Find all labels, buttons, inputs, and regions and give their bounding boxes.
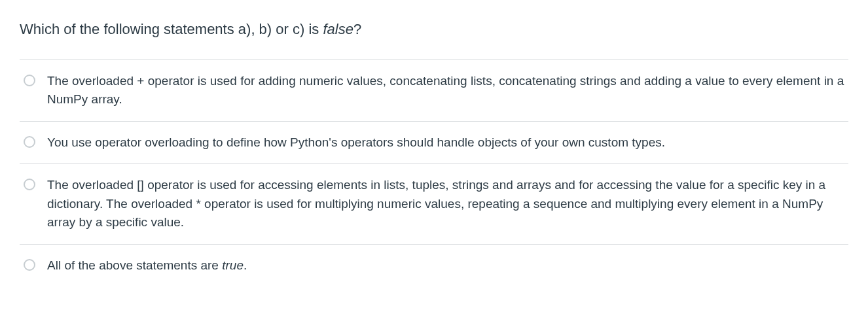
option-text: The overloaded + operator is used for ad… [47, 72, 848, 109]
radio-button[interactable] [24, 75, 35, 86]
radio-wrapper [20, 72, 35, 86]
option-text-suffix: . [244, 258, 247, 272]
radio-button[interactable] [24, 259, 35, 271]
question-emphasized: false [323, 21, 353, 37]
radio-button[interactable] [24, 136, 35, 148]
options-list: The overloaded + operator is used for ad… [20, 60, 848, 287]
radio-wrapper [20, 133, 35, 148]
option-text-prefix: All of the above statements are [47, 258, 222, 272]
option-row[interactable]: All of the above statements are true. [20, 245, 848, 287]
option-text: The overloaded [] operator is used for a… [47, 176, 848, 232]
option-text: All of the above statements are true. [47, 256, 848, 275]
option-row[interactable]: You use operator overloading to define h… [20, 122, 848, 165]
option-text: You use operator overloading to define h… [47, 133, 848, 152]
question-prefix: Which of the following statements a), b)… [20, 21, 323, 37]
radio-wrapper [20, 256, 35, 271]
option-row[interactable]: The overloaded + operator is used for ad… [20, 60, 848, 122]
radio-button[interactable] [24, 179, 35, 190]
option-text-italic: true [222, 258, 244, 272]
question-text: Which of the following statements a), b)… [20, 20, 848, 40]
option-row[interactable]: The overloaded [] operator is used for a… [20, 164, 848, 245]
radio-wrapper [20, 176, 35, 190]
question-suffix: ? [353, 21, 361, 37]
